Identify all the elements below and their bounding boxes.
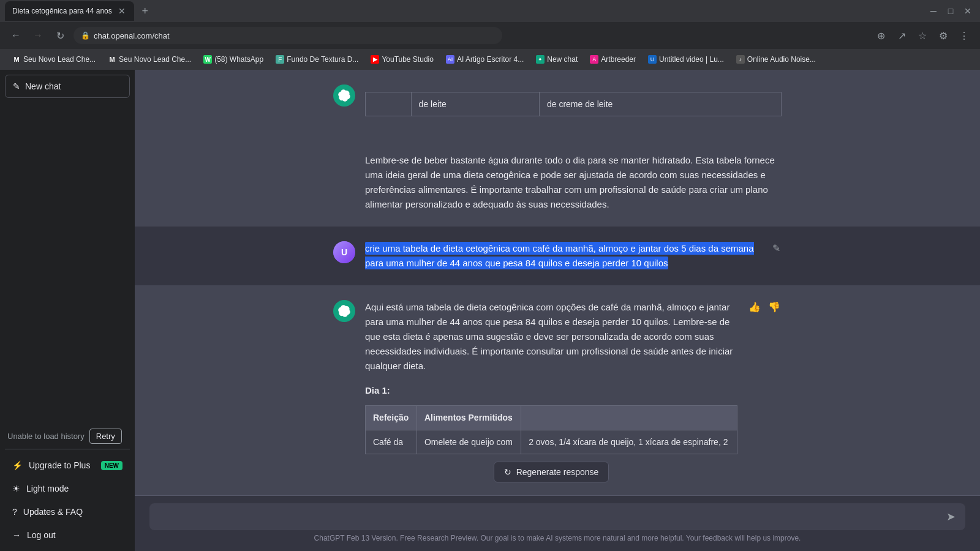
bookmark-artbreeder[interactable]: A Artbreeder	[585, 54, 641, 65]
bookmark-ai[interactable]: AI AI Artigo Escritor 4...	[441, 54, 529, 65]
bookmark-icon[interactable]: ☆	[914, 27, 931, 44]
fundo-icon: F	[276, 55, 284, 64]
version-link[interactable]: ChatGPT Feb 13 Version	[314, 534, 396, 542]
bookmark-label10: Online Audio Noise...	[747, 55, 816, 64]
scrolled-top-inner: de leite de creme de leite	[318, 84, 796, 124]
ai-response-message: Aqui está uma tabela de dieta cetogênica…	[135, 285, 980, 495]
sidebar-error: Unable to load history Retry	[5, 424, 130, 449]
new-tab-button[interactable]: +	[137, 2, 154, 20]
col-header-alimentos: Alimentos Permitidos	[417, 406, 521, 430]
chat-input[interactable]	[159, 509, 941, 524]
diet-table-dia1: Refeição Alimentos Permitidos Café da Om…	[365, 405, 737, 454]
bookmark-whatsapp[interactable]: W (58) WhatsApp	[198, 54, 268, 65]
url-text: chat.openai.com/chat	[94, 31, 170, 40]
new-chat-label: New chat	[25, 81, 61, 91]
user-inner: U crie uma tabela de dieta cetogênica co…	[318, 241, 796, 271]
gmail-icon2: M	[108, 55, 116, 64]
forward-button[interactable]: →	[29, 27, 47, 44]
address-icons: ⊕ ↗ ☆ ⚙ ⋮	[872, 27, 973, 44]
close-tab-button[interactable]: ✕	[117, 6, 127, 16]
upgrade-label: Upgrade to Plus	[29, 460, 90, 470]
minimize-button[interactable]: ─	[926, 4, 941, 18]
cell-refeicao: Café da	[366, 430, 417, 454]
col-header-refeicao: Refeição	[366, 406, 417, 430]
send-button[interactable]: ➤	[946, 510, 956, 523]
upgrade-button[interactable]: ⚡ Upgrade to Plus NEW	[5, 454, 130, 476]
user-message-content: crie uma tabela de dieta cetogênica com …	[365, 241, 761, 271]
bookmark-youtube[interactable]: ▶ YouTube Studio	[366, 54, 439, 65]
bookmark-label8: Artbreeder	[601, 55, 636, 64]
thumbs-up-button[interactable]: 👍	[747, 300, 762, 314]
whatsapp-icon: W	[203, 55, 212, 64]
bookmark-gmail2[interactable]: M Seu Novo Lead Che...	[103, 54, 196, 65]
regenerate-area: ↻ Regenerate response	[365, 462, 737, 482]
share-icon[interactable]: ↗	[893, 27, 910, 44]
audio-icon: ♪	[736, 55, 745, 64]
reload-button[interactable]: ↻	[51, 27, 69, 44]
ai-avatar-main	[333, 300, 355, 322]
partial-prev-table: de leite de creme de leite	[365, 92, 782, 116]
close-button[interactable]: ✕	[960, 4, 975, 18]
bookmark-fundo[interactable]: F Fundo De Textura D...	[271, 54, 363, 65]
translate-icon[interactable]: ⊕	[872, 27, 889, 44]
menu-icon[interactable]: ⋮	[956, 27, 973, 44]
logout-button[interactable]: → Log out	[5, 524, 130, 546]
main-content: de leite de creme de leite Lembre-se de …	[135, 70, 980, 551]
sidebar: ✎ New chat Unable to load history Retry …	[0, 70, 135, 551]
back-button[interactable]: ←	[7, 27, 24, 44]
url-bar[interactable]: 🔒 chat.openai.com/chat	[74, 27, 502, 44]
active-tab[interactable]: Dieta cetogênica para 44 anos ✕	[5, 1, 134, 21]
table-cell-de-leite: de leite	[411, 92, 539, 116]
bookmarks-bar: M Seu Novo Lead Che... M Seu Novo Lead C…	[0, 49, 980, 70]
spacer-avatar	[333, 153, 355, 212]
bookmark-newchat[interactable]: ✦ New chat	[531, 54, 582, 65]
edit-message-button[interactable]: ✎	[771, 241, 782, 255]
app-layout: ✎ New chat Unable to load history Retry …	[0, 70, 980, 551]
user-message-actions: ✎	[771, 241, 782, 271]
dia1-heading: Dia 1:	[365, 383, 737, 398]
updates-icon: ?	[12, 507, 17, 517]
retry-button[interactable]: Retry	[89, 429, 122, 444]
bookmark-label: Seu Novo Lead Che...	[23, 55, 96, 64]
tab-controls: ─ □ ✕	[926, 4, 975, 18]
bookmark-audio[interactable]: ♪ Online Audio Noise...	[731, 54, 821, 65]
extensions-icon[interactable]: ⚙	[935, 27, 952, 44]
address-bar: ← → ↻ 🔒 chat.openai.com/chat ⊕ ↗ ☆ ⚙ ⋮	[0, 22, 980, 49]
chat-area: de leite de creme de leite Lembre-se de …	[135, 70, 980, 495]
cell-alimentos: Omelete de queijo com	[417, 430, 521, 454]
paragraph-content: Lembre-se de beber bastante água durante…	[365, 153, 782, 212]
regenerate-button[interactable]: ↻ Regenerate response	[494, 462, 609, 482]
chat-input-box: ➤	[149, 503, 965, 530]
user-highlighted-text: crie uma tabela de dieta cetogênica com …	[365, 242, 754, 269]
bookmark-untitled[interactable]: U Untitled video | Lu...	[643, 54, 729, 65]
bookmark-label4: Fundo De Textura D...	[287, 55, 358, 64]
input-area: ➤ ChatGPT Feb 13 Version. Free Research …	[135, 495, 980, 551]
logout-icon: →	[12, 530, 21, 540]
logout-label: Log out	[27, 530, 56, 540]
footer-subtext: . Free Research Preview. Our goal is to …	[396, 534, 801, 542]
bookmark-label9: Untitled video | Lu...	[659, 55, 724, 64]
bookmark-label2: Seu Novo Lead Che...	[119, 55, 191, 64]
sidebar-bottom: ⚡ Upgrade to Plus NEW ☀ Light mode ? Upd…	[5, 449, 130, 546]
ai-avatar-top	[333, 84, 355, 107]
new-chat-button[interactable]: ✎ New chat	[5, 75, 130, 98]
bookmark-gmail1[interactable]: M Seu Novo Lead Che...	[7, 54, 100, 65]
footer-text: ChatGPT Feb 13 Version. Free Research Pr…	[149, 530, 965, 546]
user-message: U crie uma tabela de dieta cetogênica co…	[135, 227, 980, 285]
tab-bar: Dieta cetogênica para 44 anos ✕ + ─ □ ✕	[0, 0, 980, 22]
maximize-button[interactable]: □	[943, 4, 958, 18]
updates-button[interactable]: ? Updates & FAQ	[5, 501, 130, 523]
thumbs-down-button[interactable]: 👎	[767, 300, 782, 314]
light-mode-button[interactable]: ☀ Light mode	[5, 478, 130, 500]
cell-ingredientes: 2 ovos, 1/4 xícara de queijo, 1 xícara d…	[521, 430, 737, 454]
artbreeder-icon: A	[590, 55, 598, 64]
bookmark-label5: YouTube Studio	[382, 55, 434, 64]
upgrade-icon: ⚡	[12, 460, 23, 470]
sidebar-spacer	[5, 103, 130, 424]
newchat-bk-icon: ✦	[536, 55, 545, 64]
ai-response-inner: Aqui está uma tabela de dieta cetogênica…	[318, 300, 796, 487]
user-avatar-img: U	[333, 241, 355, 263]
gmail-icon: M	[12, 55, 21, 64]
col-header-ingredientes	[521, 406, 737, 430]
regenerate-label: Regenerate response	[516, 467, 599, 477]
